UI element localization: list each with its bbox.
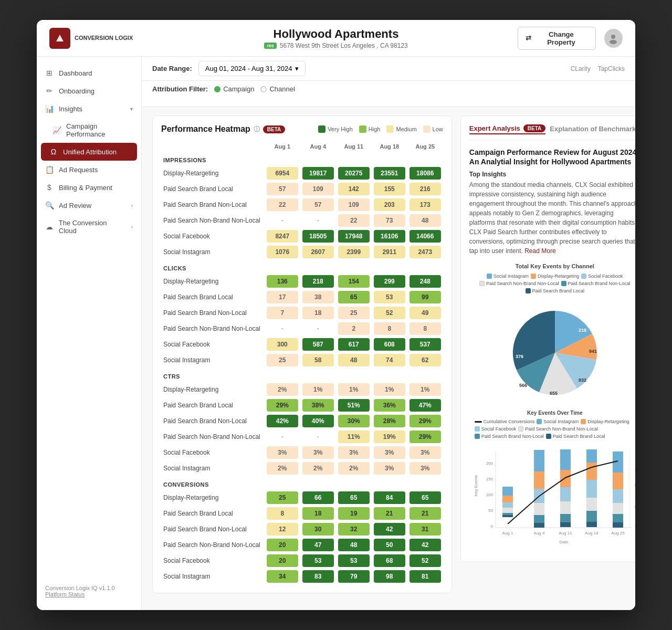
swatch-psbl — [526, 288, 531, 293]
filter-label: Attribution Filter: — [152, 85, 208, 93]
bar-swatch-psbl — [546, 434, 551, 439]
svg-text:941: 941 — [589, 349, 597, 354]
cell-conversions-0-0: 25 — [265, 490, 300, 506]
table-row: Paid Search Non-Brand Non-Local--288 — [161, 321, 443, 337]
radio-channel — [260, 86, 267, 92]
table-row: Social Instagram10762607239929112473 — [161, 244, 443, 260]
swatch-sf — [581, 274, 586, 279]
col-aug11: Aug 11 — [336, 141, 372, 152]
row-label-clicks-3: Paid Search Non-Brand Non-Local — [161, 321, 265, 337]
radio-campaign — [214, 86, 220, 92]
row-label-impressions-2: Paid Search Brand Non-Local — [161, 197, 265, 213]
bar-chart-legend: Cumulative Conversions Social Instagram … — [469, 419, 635, 439]
table-row: Social Facebook300587617608537 — [161, 337, 443, 352]
sidebar-label-campaign-performance: Campaign Performance — [66, 122, 133, 138]
filter-channel[interactable]: Channel — [260, 85, 295, 93]
cell-conversions-2-0: 12 — [265, 521, 300, 537]
cell-impressions-3-3: 73 — [372, 213, 407, 228]
cell-ctrs-2-0: 42% — [265, 413, 300, 429]
table-row: Display-Retargeting2566658465 — [161, 490, 443, 506]
tab-explanation[interactable]: Explanation of Benchmarks — [550, 125, 635, 134]
cell-ctrs-4-4: 3% — [407, 445, 443, 460]
cell-conversions-2-1: 30 — [300, 521, 336, 537]
chevron-down-icon: ▾ — [130, 106, 133, 112]
cell-ctrs-2-3: 28% — [372, 413, 407, 429]
svg-text:Aug 4: Aug 4 — [533, 531, 544, 536]
edit-icon: ✏ — [45, 87, 54, 95]
date-range-value: Aug 01, 2024 - Aug 31, 2024 — [205, 65, 292, 72]
filter-channel-label: Channel — [269, 85, 295, 93]
cell-ctrs-5-0: 2% — [265, 460, 300, 476]
svg-rect-27 — [502, 487, 513, 496]
main-layout: ⊞ Dashboard ✏ Onboarding 📊 Insights ▾ 📈 … — [37, 57, 635, 610]
table-row: Display-Retargeting136218154299248 — [161, 274, 443, 289]
platform-status-link[interactable]: Platform Status — [45, 591, 85, 597]
change-property-button[interactable]: ⇄ Change Property — [518, 27, 596, 50]
cell-ctrs-4-1: 3% — [300, 445, 336, 460]
cell-impressions-5-0: 1076 — [265, 244, 300, 260]
sidebar-label-ad-review: Ad Review — [59, 202, 91, 209]
table-row: Display-Retargeting2%1%1%1%1% — [161, 382, 443, 397]
svg-rect-36 — [560, 501, 571, 514]
user-avatar[interactable] — [604, 29, 623, 48]
cell-conversions-4-4: 52 — [407, 553, 443, 569]
svg-text:500: 500 — [635, 524, 635, 529]
filter-campaign-label: Campaign — [223, 85, 254, 93]
cell-ctrs-5-4: 3% — [407, 460, 443, 476]
cell-conversions-3-1: 47 — [300, 537, 336, 553]
date-range-selector[interactable]: Aug 01, 2024 - Aug 31, 2024 ▾ — [198, 61, 306, 76]
cell-impressions-2-0: 22 — [265, 197, 300, 213]
cell-impressions-0-1: 19817 — [300, 165, 336, 181]
sidebar-item-billing[interactable]: $ Billing & Payment — [37, 178, 141, 196]
table-row: Display-Retargeting695419817202752355118… — [161, 165, 443, 181]
svg-rect-38 — [560, 470, 571, 487]
svg-text:218: 218 — [579, 328, 586, 333]
sidebar-item-dashboard[interactable]: ⊞ Dashboard — [37, 64, 141, 82]
svg-rect-45 — [586, 449, 597, 463]
cell-conversions-2-3: 42 — [372, 521, 407, 537]
sidebar-item-unified-attribution[interactable]: Ω Unified Attribution — [41, 143, 137, 161]
header-center: Hollywood Apartments res 5678 West 9th S… — [154, 27, 518, 49]
svg-text:200: 200 — [486, 461, 493, 466]
cell-ctrs-2-1: 40% — [300, 413, 336, 429]
header-subtitle: res 5678 West 9th Street Los Angeles , C… — [154, 42, 518, 49]
sidebar-item-insights[interactable]: 📊 Insights ▾ — [37, 100, 141, 118]
bar-legend-si: Social Instagram — [537, 419, 579, 424]
info-icon: ⓘ — [254, 125, 260, 134]
sidebar-item-ad-review[interactable]: 🔍 Ad Review › — [37, 196, 141, 214]
sidebar-label-ad-requests: Ad Requests — [59, 166, 98, 174]
swatch-si — [487, 274, 492, 279]
row-label-conversions-5: Social Instagram — [161, 569, 265, 584]
cell-conversions-1-3: 21 — [372, 506, 407, 521]
svg-rect-48 — [613, 503, 623, 514]
clarity-link[interactable]: CLarity — [571, 65, 591, 72]
trending-icon: 📈 — [52, 126, 61, 134]
table-row: Paid Search Non-Brand Non-Local--227348 — [161, 213, 443, 228]
sidebar-item-ad-requests[interactable]: 📋 Ad Requests — [37, 161, 141, 178]
filter-campaign[interactable]: Campaign — [214, 85, 254, 93]
cell-clicks-5-0: 25 — [265, 352, 300, 368]
tab-expert-analysis[interactable]: Expert Analysis BETA — [469, 124, 546, 134]
pie-chart: 218 941 832 655 566 376 — [469, 298, 635, 403]
analysis-body: Among the standout media channels, CLX S… — [469, 180, 635, 256]
table-row: Paid Search Brand Non-Local718255249 — [161, 305, 443, 321]
cell-ctrs-1-0: 29% — [265, 397, 300, 413]
cell-clicks-0-3: 299 — [372, 274, 407, 289]
read-more-link[interactable]: Read More — [524, 247, 555, 255]
col-aug4: Aug 4 — [300, 141, 336, 152]
svg-rect-28 — [534, 523, 544, 528]
cell-conversions-4-2: 53 — [336, 553, 372, 569]
cell-clicks-1-3: 53 — [372, 289, 407, 305]
cell-conversions-1-2: 19 — [336, 506, 372, 521]
sidebar-item-conversion-cloud[interactable]: ☁ The Conversion Cloud › — [37, 214, 141, 239]
col-aug18: Aug 18 — [372, 141, 407, 152]
external-links: CLarity TapClicks — [571, 65, 625, 72]
cell-clicks-5-1: 58 — [300, 352, 336, 368]
cell-conversions-0-2: 65 — [336, 490, 372, 506]
sidebar-item-campaign-performance[interactable]: 📈 Campaign Performance — [37, 118, 141, 143]
cell-ctrs-2-2: 30% — [336, 413, 372, 429]
sidebar-item-onboarding[interactable]: ✏ Onboarding — [37, 82, 141, 100]
table-row: Social Instagram2%2%2%3%3% — [161, 460, 443, 476]
tapclicks-link[interactable]: TapClicks — [598, 65, 625, 72]
table-row: Social Facebook824718505179481610614066 — [161, 228, 443, 244]
